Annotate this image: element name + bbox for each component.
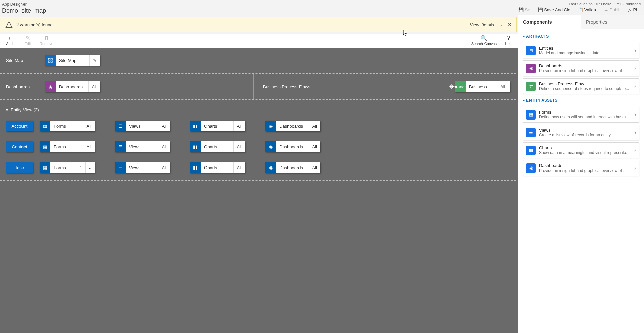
card-charts[interactable]: ▮▮ Charts Show data in a meaningful and … — [523, 142, 639, 158]
chevron-right-icon: › — [634, 83, 636, 90]
help-icon: ? — [507, 35, 510, 41]
chart-icon: ▮▮ — [190, 121, 201, 131]
chart-icon: ▮▮ — [190, 162, 201, 173]
task-forms-expand[interactable]: ⌄ — [85, 162, 95, 173]
view-details-link[interactable]: View Details — [470, 22, 494, 27]
svg-point-1 — [9, 26, 9, 27]
last-saved-text: Last Saved on :01/09/2021 17:18 Publishe… — [569, 2, 641, 6]
remove-button: 🗑 Remove — [40, 35, 53, 46]
dashboards-all-button[interactable]: All — [88, 81, 100, 92]
save-and-close-button[interactable]: 💾 Save And Clo... — [538, 7, 574, 12]
dashboard-icon: ◉ — [265, 121, 276, 131]
tab-properties[interactable]: Properties — [581, 15, 644, 29]
trash-icon: 🗑 — [44, 35, 49, 41]
task-forms-count[interactable]: 1 — [76, 162, 85, 173]
publish-button: ☁ Publi... — [604, 7, 623, 12]
add-button[interactable]: ＋ Add — [3, 35, 15, 46]
close-warning-icon[interactable]: ✕ — [507, 21, 512, 28]
save-icon: 💾 — [519, 8, 523, 12]
bpf-all-button[interactable]: All — [497, 81, 508, 92]
chevron-right-icon: › — [634, 65, 636, 72]
app-designer-label: App Designer — [2, 2, 46, 7]
task-charts-all[interactable]: All — [233, 162, 245, 173]
contact-charts-all[interactable]: All — [233, 141, 245, 152]
entity-view-toggle[interactable]: Entity View (3) — [6, 107, 510, 112]
edit-sitemap-icon[interactable]: ✎ — [89, 55, 100, 66]
header: App Designer Demo_site_map Last Saved on… — [0, 0, 644, 15]
chart-icon: ▮▮ — [190, 141, 201, 152]
sitemap-tile[interactable]: Site Map ✎ — [45, 55, 100, 66]
dashboards-tile[interactable]: ◉ Dashboards All — [45, 81, 100, 92]
task-dashboards-tile[interactable]: ◉ Dashboards All — [265, 162, 320, 173]
task-views-all[interactable]: All — [158, 162, 170, 173]
search-icon: 🔍 — [480, 35, 487, 41]
contact-dashboards-tile[interactable]: ◉ Dashboards All — [265, 141, 320, 152]
forms-icon: ▦ — [40, 121, 50, 131]
help-button[interactable]: ? Help — [503, 35, 515, 46]
account-charts-all[interactable]: All — [233, 121, 245, 131]
card-entities[interactable]: ⊞ Entities Model and manage business dat… — [523, 43, 639, 58]
svg-rect-3 — [51, 58, 52, 60]
svg-rect-4 — [48, 61, 50, 62]
views-icon: ☰ — [115, 121, 126, 131]
expand-warning-icon[interactable]: ⌄ — [499, 22, 503, 27]
tab-components[interactable]: Components — [518, 15, 581, 29]
play-button[interactable]: ▷ Pl... — [627, 7, 641, 12]
contact-dash-all[interactable]: All — [309, 141, 320, 152]
dashboards-section-label: Dashboards — [6, 84, 38, 89]
edit-button: ✎ Edit — [21, 35, 34, 46]
entity-row-account: Account ▦ Forms All ☰ View — [6, 121, 510, 131]
entities-icon: ⊞ — [526, 46, 536, 55]
account-views-tile[interactable]: ☰ Views All — [115, 121, 170, 131]
task-dash-all[interactable]: All — [309, 162, 320, 173]
views-icon: ☰ — [526, 128, 536, 137]
card-views[interactable]: ☰ Views Create a list view of records fo… — [523, 125, 639, 140]
account-forms-all[interactable]: All — [83, 121, 95, 131]
contact-charts-tile[interactable]: ▮▮ Charts All — [190, 141, 245, 152]
account-dashboards-tile[interactable]: ◉ Dashboards All — [265, 121, 320, 131]
forms-icon: ▦ — [40, 162, 50, 173]
card-bpf[interactable]: ⇄ Business Process Flow Define a sequenc… — [523, 78, 639, 94]
group-entity-assets[interactable]: ENTITY ASSETS — [522, 96, 640, 105]
entity-row-contact: Contact ▦ Forms All ☰ View — [6, 141, 510, 152]
card-forms[interactable]: ▦ Forms Define how users will see and in… — [523, 107, 639, 123]
bpf-tile[interactable]: �branches Business Proces... All — [455, 81, 510, 92]
canvas[interactable]: Site Map Site Map ✎ — [0, 48, 518, 333]
task-charts-tile[interactable]: ▮▮ Charts All — [190, 162, 245, 173]
chevron-right-icon: › — [634, 47, 636, 54]
entity-contact-button[interactable]: Contact — [6, 141, 33, 152]
entity-task-button[interactable]: Task — [6, 162, 33, 173]
warning-bar: 2 warning(s) found. View Details ⌄ ✕ — [0, 17, 517, 32]
entity-row-task: Task ▦ Forms 1 ⌄ ☰ — [6, 162, 510, 173]
account-views-all[interactable]: All — [158, 121, 170, 131]
publish-icon: ☁ — [604, 8, 608, 12]
group-artifacts[interactable]: ARTIFACTS — [522, 32, 640, 41]
bpf-icon: �branches — [455, 81, 466, 92]
forms-icon: ▦ — [526, 110, 536, 120]
contact-views-all[interactable]: All — [158, 141, 170, 152]
account-forms-tile[interactable]: ▦ Forms All — [40, 121, 95, 131]
search-canvas-button[interactable]: 🔍 Search Canvas — [471, 35, 497, 46]
account-dash-all[interactable]: All — [309, 121, 320, 131]
chevron-right-icon: › — [634, 147, 636, 154]
contact-views-tile[interactable]: ☰ Views All — [115, 141, 170, 152]
forms-icon: ▦ — [40, 141, 50, 152]
warning-text: 2 warning(s) found. — [16, 22, 470, 27]
sitemap-icon — [45, 55, 56, 66]
card-dashboards[interactable]: ◉ Dashboards Provide an insightful and g… — [523, 60, 639, 76]
plus-icon: ＋ — [7, 35, 12, 41]
entity-account-button[interactable]: Account — [6, 121, 33, 131]
validate-button[interactable]: 📋 Valida... — [578, 7, 600, 12]
dashboards-icon: ◉ — [526, 163, 536, 173]
dashboard-icon: ◉ — [45, 81, 56, 92]
task-views-tile[interactable]: ☰ Views All — [115, 162, 170, 173]
save-close-icon: 💾 — [538, 8, 543, 12]
card-dashboards-asset[interactable]: ◉ Dashboards Provide an insightful and g… — [523, 160, 639, 176]
contact-forms-tile[interactable]: ▦ Forms All — [40, 141, 95, 152]
account-charts-tile[interactable]: ▮▮ Charts All — [190, 121, 245, 131]
pencil-icon: ✎ — [26, 35, 30, 41]
contact-forms-all[interactable]: All — [83, 141, 95, 152]
bpf-section-label: Business Process Flows — [263, 84, 317, 89]
charts-icon: ▮▮ — [526, 146, 536, 155]
task-forms-tile[interactable]: ▦ Forms 1 ⌄ — [40, 162, 95, 173]
